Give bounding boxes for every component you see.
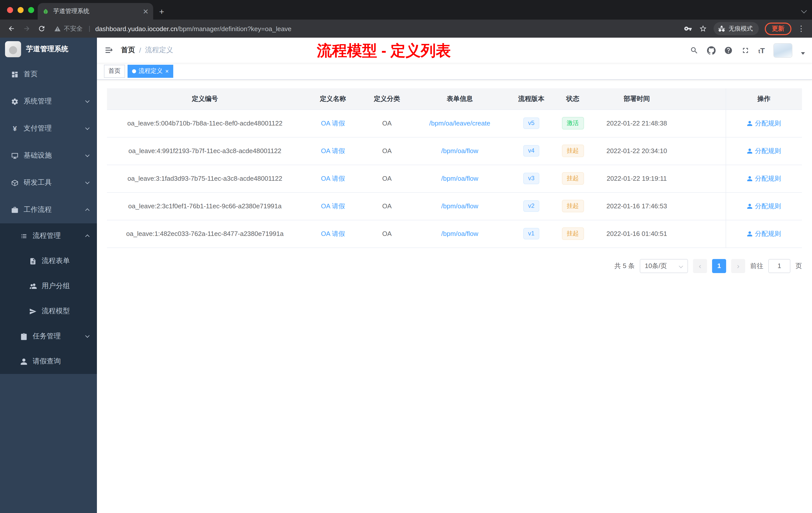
assign-rule-link[interactable]: 分配规则 xyxy=(747,146,781,155)
cell-definition-id: oa_leave:1:482ec033-762a-11ec-8477-a2380… xyxy=(107,220,303,247)
person-icon xyxy=(747,231,753,237)
next-page-button[interactable]: › xyxy=(731,259,745,273)
font-size-icon[interactable]: tT xyxy=(758,46,765,55)
breadcrumb-home[interactable]: 首页 xyxy=(121,46,135,55)
security-chip[interactable]: 不安全 | xyxy=(54,24,93,33)
assign-rule-link[interactable]: 分配规则 xyxy=(747,119,781,128)
cell-definition-id: oa_leave:5:004b710b-7b8a-11ec-8ef0-acde4… xyxy=(107,110,303,137)
goto-page-input[interactable] xyxy=(768,259,790,273)
assign-rule-link[interactable]: 分配规则 xyxy=(747,174,781,183)
dashboard-icon xyxy=(11,70,19,78)
chevron-down-icon xyxy=(85,99,90,103)
assign-rule-link[interactable]: 分配规则 xyxy=(747,229,781,238)
definition-name-link[interactable]: OA 请假 xyxy=(321,230,345,237)
incognito-icon xyxy=(718,25,726,33)
person-icon xyxy=(20,358,28,365)
update-button[interactable]: 更新 xyxy=(765,22,791,35)
sidebar-item-leave-query[interactable]: 请假查询 xyxy=(0,349,97,374)
chevron-up-icon xyxy=(85,208,90,213)
logo-avatar xyxy=(5,41,21,57)
cell-category: OA xyxy=(363,110,411,137)
user-avatar[interactable] xyxy=(773,43,792,58)
tab-search-chevron-icon[interactable] xyxy=(801,8,807,13)
sidebar-item-infrastructure[interactable]: 基础设施 xyxy=(0,142,97,169)
tag-process-definition[interactable]: 流程定义 × xyxy=(127,64,173,78)
sidebar-item-system[interactable]: 系统管理 xyxy=(0,88,97,115)
col-definition-category: 定义分类 xyxy=(363,88,411,110)
back-button[interactable] xyxy=(5,22,18,35)
search-icon[interactable] xyxy=(690,46,698,55)
browser-menu-icon[interactable]: ⋮ xyxy=(795,24,807,33)
tag-home[interactable]: 首页 xyxy=(104,64,125,78)
form-info-link[interactable]: /bpm/oa/leave/create xyxy=(429,119,490,127)
person-icon xyxy=(747,175,753,181)
help-icon[interactable] xyxy=(724,46,733,55)
assign-rule-link[interactable]: 分配规则 xyxy=(747,202,781,211)
definition-name-link[interactable]: OA 请假 xyxy=(321,119,345,127)
breadcrumb: 首页 / 流程定义 xyxy=(121,46,173,55)
sidebar-item-home[interactable]: 首页 xyxy=(0,61,97,88)
form-info-link[interactable]: /bpm/oa/flow xyxy=(441,230,478,237)
sidebar-item-user-group[interactable]: 用户分组 xyxy=(0,274,97,299)
monitor-icon xyxy=(11,152,19,159)
bookmark-star-icon[interactable] xyxy=(696,22,709,35)
definition-name-link[interactable]: OA 请假 xyxy=(321,147,345,154)
reload-button[interactable] xyxy=(35,22,48,35)
cell-deploy-time: 2022-01-16 01:40:51 xyxy=(591,220,682,247)
navbar-actions: tT xyxy=(690,43,805,58)
caret-down-icon[interactable] xyxy=(801,52,805,55)
new-tab-button[interactable]: + xyxy=(159,7,164,16)
sidebar-item-process-model[interactable]: 流程模型 xyxy=(0,299,97,324)
col-definition-name: 定义名称 xyxy=(303,88,363,110)
definition-name-link[interactable]: OA 请假 xyxy=(321,175,345,182)
sidebar: 芋道管理系统 首页 系统管理 ¥ 支付管理 基础设施 xyxy=(0,38,97,513)
person-icon xyxy=(747,120,753,126)
col-process-version: 流程版本 xyxy=(509,88,554,110)
current-page-button[interactable]: 1 xyxy=(712,259,726,273)
cell-filler xyxy=(682,137,726,164)
sidebar-item-workflow[interactable]: 工作流程 xyxy=(0,196,97,223)
sidebar-item-payment[interactable]: ¥ 支付管理 xyxy=(0,115,97,142)
browser-tab[interactable]: 芋道管理系统 ✕ xyxy=(38,3,153,20)
cell-definition-id: oa_leave:4:991f2193-7b7f-11ec-a3c8-acde4… xyxy=(107,137,303,164)
definition-name-link[interactable]: OA 请假 xyxy=(321,202,345,210)
sidebar-item-task-management[interactable]: 任务管理 xyxy=(0,324,97,349)
status-badge: 激活 xyxy=(562,117,584,129)
tag-close-icon[interactable]: × xyxy=(165,68,169,74)
prev-page-button[interactable]: ‹ xyxy=(693,259,707,273)
forward-button[interactable] xyxy=(20,22,33,35)
screen: 芋道管理系统 ✕ + 不安全 | dashboard.yudao.iocoder… xyxy=(0,0,812,513)
breadcrumb-separator: / xyxy=(139,46,141,54)
hamburger-icon xyxy=(105,46,114,55)
sidebar-item-process-form[interactable]: 流程表单 xyxy=(0,248,97,274)
sidebar-item-process-management[interactable]: 流程管理 xyxy=(0,223,97,248)
version-badge: v1 xyxy=(523,228,539,239)
tags-view: 首页 流程定义 × xyxy=(97,63,812,80)
cell-category: OA xyxy=(363,192,411,220)
window-zoom-button[interactable] xyxy=(28,7,34,13)
sidebar-item-devtools[interactable]: 研发工具 xyxy=(0,169,97,196)
window-close-button[interactable] xyxy=(7,7,13,13)
form-info-link[interactable]: /bpm/oa/flow xyxy=(441,202,478,210)
col-status: 状态 xyxy=(554,88,591,110)
page-size-select[interactable]: 10条/页 xyxy=(640,259,688,273)
form-info-link[interactable]: /bpm/oa/flow xyxy=(441,175,478,182)
url-domain: dashboard.yudao.iocoder.cn xyxy=(95,25,177,32)
browser-toolbar: 不安全 | dashboard.yudao.iocoder.cn/bpm/man… xyxy=(0,20,812,38)
key-icon[interactable] xyxy=(682,22,695,35)
browser-titlebar: 芋道管理系统 ✕ + xyxy=(0,0,812,20)
sidebar-toggle-button[interactable] xyxy=(97,46,121,55)
chevron-up-icon xyxy=(85,234,90,239)
person-icon xyxy=(747,148,753,154)
fullscreen-icon[interactable] xyxy=(741,46,750,55)
github-icon[interactable] xyxy=(707,46,716,55)
cell-deploy-time: 2022-01-16 17:46:53 xyxy=(591,192,682,220)
security-label: 不安全 xyxy=(64,24,83,33)
tab-title: 芋道管理系统 xyxy=(53,7,139,16)
address-bar[interactable]: dashboard.yudao.iocoder.cn/bpm/manager/d… xyxy=(95,25,680,32)
status-badge: 挂起 xyxy=(562,173,584,185)
form-info-link[interactable]: /bpm/oa/flow xyxy=(441,147,478,155)
tab-close-icon[interactable]: ✕ xyxy=(143,8,149,15)
window-minimize-button[interactable] xyxy=(18,7,24,13)
table-row: oa_leave:4:991f2193-7b7f-11ec-a3c8-acde4… xyxy=(107,137,802,164)
